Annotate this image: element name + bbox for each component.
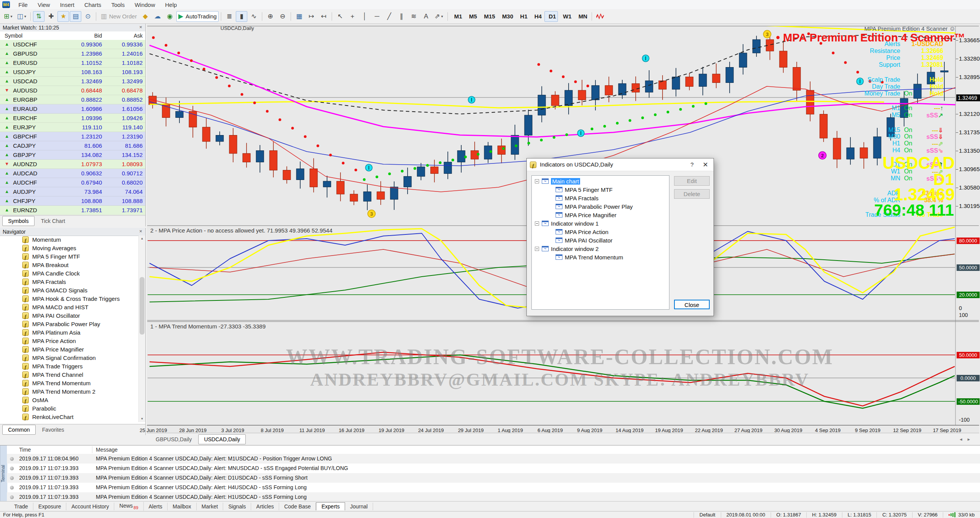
new-order-button[interactable]: ▥ New Order [99, 11, 139, 22]
terminal-side-tab[interactable]: Terminal [0, 445, 7, 502]
toolbar-button[interactable] [219, 11, 223, 22]
market-watch-row[interactable]: AUDJPY 73.984 74.064 [0, 187, 145, 196]
navigator-indicator-item[interactable]: MPA Parabolic Power Play [0, 320, 139, 328]
menu-item[interactable]: View [33, 2, 55, 8]
navigator-scrollbar[interactable]: ▲ ▼ [138, 236, 145, 422]
toolbar-button[interactable] [94, 11, 98, 22]
close-icon[interactable]: × [138, 228, 144, 234]
autoscroll-button[interactable]: ↤ [318, 11, 329, 22]
navigator-indicator-item[interactable]: Moving Averages [0, 244, 139, 252]
tf-h4[interactable]: H4 [530, 11, 544, 22]
cursor-tool[interactable]: ↖ [334, 11, 346, 22]
indicator-tree-item[interactable]: ~ MPA Price Action [532, 228, 669, 236]
terminal-log-row[interactable]: 2019.09.17 11:07:19.393 MPA Premium Edit… [7, 473, 980, 483]
menu-item[interactable]: Insert [55, 2, 79, 8]
connection-status[interactable]: 33/0 kb [943, 512, 980, 518]
terminal-tab[interactable]: Code Base [279, 503, 316, 510]
terminal-log-row[interactable]: 2019.09.17 11:08:04.960 MPA Premium Edit… [7, 454, 980, 464]
terminal-tab[interactable]: Exposure [33, 503, 66, 510]
tab-scroll-arrows[interactable]: ◂▸ [960, 436, 975, 442]
navigator-indicator-item[interactable]: MPA Signal Confirmation [0, 354, 139, 362]
navigator-tab[interactable]: Favorites [36, 425, 70, 435]
terminal-tab[interactable]: Market [197, 503, 224, 510]
tf-mn[interactable]: MN [574, 11, 589, 22]
toolbar-button[interactable] [330, 11, 334, 22]
collapse-icon[interactable] [535, 179, 539, 183]
indicator-tree-item[interactable]: ~ MPA Fractals [532, 194, 669, 203]
market-watch-row[interactable]: AUDNZD 1.07973 1.08093 [0, 160, 145, 169]
fibonacci-tool[interactable]: ≋ [408, 11, 419, 22]
arrows-tool[interactable]: ⇗ ▾ [432, 11, 445, 22]
navigator-indicator-item[interactable]: OsMA [0, 396, 139, 404]
market-watch-row[interactable]: USDCHF 0.99306 0.99336 [0, 40, 145, 49]
market-watch-row[interactable]: EURUSD 1.10152 1.10182 [0, 58, 145, 68]
edit-button[interactable]: Edit [674, 176, 710, 186]
profiles-button[interactable]: ◫ ▾ [15, 11, 28, 22]
navigator-indicator-item[interactable]: MPA Price Magnifier [0, 345, 139, 354]
tf-d1[interactable]: D1 [544, 11, 558, 22]
shift-chart-button[interactable]: ↦ [306, 11, 317, 22]
close-icon[interactable]: ✕ [703, 161, 708, 169]
chart-tab[interactable]: GBPUSD,Daily [150, 434, 197, 444]
autotrading-button[interactable]: ▶ AutoTrading [176, 11, 219, 22]
strategy-tester-button[interactable]: ⊙ [82, 11, 94, 22]
market-watch-row[interactable]: EURJPY 119.110 119.140 [0, 123, 145, 132]
market-watch-row[interactable]: USDJPY 108.163 108.193 [0, 68, 145, 77]
text-tool[interactable]: A [420, 11, 432, 22]
market-watch-row[interactable]: AUDUSD 0.68448 0.68478 [0, 86, 145, 95]
tf-w1[interactable]: W1 [559, 11, 574, 22]
mql5-search-icon[interactable] [594, 11, 606, 22]
bars-mode-button[interactable]: ≣ [224, 11, 235, 22]
navigator-indicator-item[interactable]: MPA Trend Channel [0, 371, 139, 379]
tf-m1[interactable]: M1 [450, 11, 464, 22]
market-watch-row[interactable]: EURGBP 0.88822 0.88852 [0, 95, 145, 104]
market-watch-row[interactable]: EURNZD 1.73851 1.73971 [0, 206, 145, 215]
chart-tab[interactable]: USDCAD,Daily [198, 434, 246, 444]
market-watch-row[interactable]: EURCHF 1.09396 1.09426 [0, 114, 145, 123]
market-watch-row[interactable]: GBPUSD 1.23986 1.24016 [0, 49, 145, 58]
scroll-up-icon[interactable]: ▲ [139, 236, 145, 242]
terminal-tab[interactable]: Signals [223, 503, 251, 510]
dialog-title-bar[interactable]: Indicators on USDCAD,Daily ? ✕ [527, 158, 714, 171]
market-watch-tab[interactable]: Tick Chart [35, 216, 71, 226]
market-watch-row[interactable]: AUDCHF 0.67940 0.68020 [0, 178, 145, 187]
indicator-tree-item[interactable]: ~ Indicator window 1 [532, 219, 669, 228]
market-watch-row[interactable]: CHFJPY 108.808 108.888 [0, 196, 145, 206]
vline-tool[interactable]: │ [359, 11, 370, 22]
line-mode-button[interactable]: ∿ [248, 11, 260, 22]
toolbar-button[interactable] [446, 11, 449, 22]
crosshair-tool[interactable]: + [347, 11, 358, 22]
candles-mode-button[interactable]: ▮ [236, 11, 247, 22]
close-button[interactable]: Close [674, 300, 710, 309]
indicator-tree-item[interactable]: ~ MPA PAI Oscillator [532, 236, 669, 245]
tf-m15[interactable]: M15 [480, 11, 497, 22]
toolbar-button[interactable] [260, 11, 264, 22]
tile-windows-button[interactable]: ▦ [293, 11, 305, 22]
zoom-in-button[interactable]: ⊕ [265, 11, 276, 22]
navigator-indicator-item[interactable]: Momentum [0, 236, 139, 244]
terminal-log-row[interactable]: 2019.09.17 11:07:19.393 MPA Premium Edit… [7, 483, 980, 492]
help-icon[interactable]: ? [691, 161, 694, 168]
market-diamond-icon[interactable]: ◆ [140, 11, 151, 22]
collapse-icon[interactable] [535, 221, 539, 226]
navigator-indicator-item[interactable]: MPA Trade Triggers [0, 362, 139, 371]
channel-tool[interactable]: ∥ [396, 11, 407, 22]
navigator-indicator-item[interactable]: MPA GMACD Signals [0, 286, 139, 295]
indicator-tree-item[interactable]: ~ MPA Price Magnifier [532, 211, 669, 219]
scroll-down-icon[interactable]: ▼ [139, 416, 145, 422]
menu-item[interactable]: Help [160, 2, 182, 8]
terminal-tab[interactable]: Alerts [144, 503, 168, 510]
navigator-indicator-item[interactable]: MPA Trend Momentum 2 [0, 388, 139, 396]
menu-item[interactable]: Tools [106, 2, 130, 8]
toolbar-button[interactable] [590, 11, 594, 22]
terminal-log-row[interactable]: 2019.09.17 11:07:19.393 MPA Premium Edit… [7, 492, 980, 502]
collapse-icon[interactable] [535, 247, 539, 251]
indicator-tree-item[interactable]: ~ Main chart [532, 177, 669, 186]
market-watch-row[interactable]: CADJPY 81.606 81.686 [0, 141, 145, 150]
navigator-indicator-item[interactable]: MPA Hook & Cross Trade Triggers [0, 295, 139, 303]
navigator-indicator-item[interactable]: MPA MACD and HIST [0, 303, 139, 312]
terminal-tab[interactable]: Trade [9, 503, 33, 510]
signals-icon[interactable]: ◉ [164, 11, 176, 22]
scrollbar-thumb[interactable] [140, 277, 145, 335]
navigator-indicator-item[interactable]: MPA Candle Clock [0, 269, 139, 278]
